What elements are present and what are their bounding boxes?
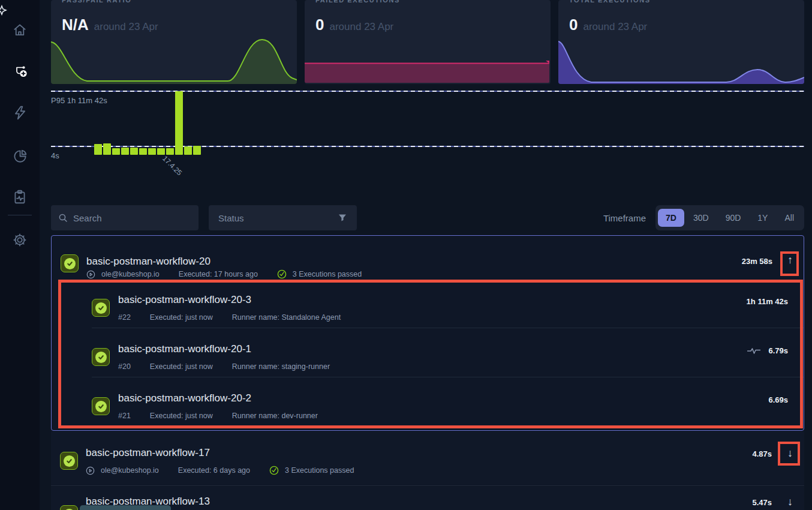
execution-executed: Executed: just now <box>150 412 213 420</box>
timeframe-option-90d[interactable]: 90D <box>718 209 749 227</box>
workflow-passed: 3 Executions passed <box>293 270 362 278</box>
status-select[interactable]: Status <box>209 205 357 230</box>
check-circle-icon <box>269 466 279 475</box>
card-total-executions: TOTAL EXECUTIONS 0 around 23 Apr <box>558 0 804 84</box>
workflow-executed: Executed: 17 hours ago <box>179 270 258 278</box>
x-axis-tick: 17.4.25 <box>161 154 184 177</box>
duration-bar[interactable] <box>112 148 120 155</box>
workflow-user: ole@kubeshop.io <box>101 270 160 278</box>
bottom-peek-element <box>80 505 171 510</box>
duration-bar[interactable] <box>121 148 129 155</box>
filter-funnel-icon <box>338 213 347 223</box>
workflow-duration: 5.47s <box>752 498 772 507</box>
execution-duration: 6.79s <box>747 346 788 356</box>
card-subtitle: around 23 Apr <box>583 21 647 33</box>
timeframe-options: 7D30D90D1YAll <box>655 205 804 230</box>
duration-bars[interactable] <box>51 87 804 155</box>
execution-title[interactable]: basic-postman-workflow-20-3 <box>118 294 251 306</box>
duration-bar[interactable] <box>130 148 138 155</box>
search-input[interactable] <box>73 213 191 223</box>
duration-bar[interactable] <box>184 146 192 155</box>
duration-bar[interactable] <box>157 148 165 155</box>
execution-title[interactable]: basic-postman-workflow-20-2 <box>118 392 251 404</box>
duration-chart: P95 1h 11m 42s 4s 17.4.25 <box>51 87 804 183</box>
corner-glyph-icon <box>0 5 7 16</box>
status-passed-icon <box>92 348 110 366</box>
timeframe-control: Timeframe 7D30D90D1YAll <box>603 205 804 230</box>
status-passed-icon <box>60 505 78 510</box>
sidebar-item-triggers[interactable] <box>11 104 28 121</box>
workflow-user: ole@kubeshop.io <box>101 466 159 475</box>
duration-bar[interactable] <box>139 148 147 155</box>
card-subtitle: around 23 Apr <box>94 21 158 33</box>
timeframe-label: Timeframe <box>603 213 646 223</box>
workflow-card-20[interactable]: basic-postman-workflow-20 ole@kubeshop.i… <box>51 235 804 431</box>
status-select-label: Status <box>218 213 244 223</box>
sidebar-item-home[interactable] <box>11 22 28 38</box>
workflow-duration: 23m 58s <box>742 257 772 266</box>
duration-bar[interactable] <box>94 144 102 155</box>
play-circle-icon <box>86 270 95 279</box>
duration-bar[interactable] <box>166 148 174 155</box>
sidebar-item-health[interactable] <box>11 188 28 205</box>
pulse-icon <box>747 347 760 356</box>
card-subtitle: around 23 Apr <box>329 21 393 33</box>
row-divider <box>92 377 804 377</box>
filter-bar: Status Timeframe 7D30D90D1YAll <box>51 205 804 230</box>
sidebar <box>0 0 40 510</box>
execution-duration: 1h 11m 42s <box>747 297 788 306</box>
duration-bar[interactable] <box>103 143 111 155</box>
execution-number: #22 <box>118 313 131 322</box>
duration-bar[interactable] <box>175 91 183 155</box>
sparkline-total <box>558 37 804 84</box>
timeframe-option-1y[interactable]: 1Y <box>750 209 775 227</box>
duration-bar[interactable] <box>148 148 156 155</box>
workflow-title[interactable]: basic-postman-workflow-20 <box>86 256 210 268</box>
status-passed-icon <box>92 299 110 317</box>
execution-duration: 6.69s <box>768 395 788 404</box>
execution-number: #21 <box>118 412 131 420</box>
status-passed-icon <box>61 254 79 272</box>
card-value: 0 <box>315 16 324 34</box>
execution-runner: Runner name: staging-runner <box>232 362 330 371</box>
duration-bar[interactable] <box>193 146 201 155</box>
card-title: PASS/FAIL RATIO <box>62 0 131 4</box>
workflow-duration: 4.87s <box>752 449 772 458</box>
card-value: 0 <box>569 16 578 34</box>
sidebar-divider <box>8 215 32 215</box>
card-pass-fail-ratio: PASS/FAIL RATIO N/A around 23 Apr <box>51 0 297 84</box>
status-passed-icon <box>92 397 110 415</box>
execution-executed: Executed: just now <box>150 362 213 371</box>
card-value: N/A <box>62 16 89 34</box>
collapse-arrow-icon[interactable]: ↑ <box>787 254 793 265</box>
expand-arrow-icon[interactable]: ↓ <box>787 448 793 458</box>
check-circle-icon <box>277 269 287 279</box>
card-failed-executions: FAILED EXECUTIONS 0 around 23 Apr <box>305 0 551 84</box>
status-passed-icon <box>60 452 78 470</box>
sidebar-item-insights[interactable] <box>11 148 28 164</box>
sparkline-pass-fail <box>51 37 297 84</box>
card-title: FAILED EXECUTIONS <box>315 0 400 4</box>
search-box[interactable] <box>51 205 199 230</box>
execution-number: #20 <box>118 362 131 371</box>
execution-runner: Runner name: dev-runner <box>232 412 318 420</box>
expand-arrow-icon[interactable]: ↓ <box>787 496 793 507</box>
execution-title[interactable]: basic-postman-workflow-20-1 <box>118 343 251 355</box>
metric-cards: PASS/FAIL RATIO N/A around 23 Apr FAILED… <box>51 0 804 84</box>
workflow-passed: 3 Executions passed <box>285 466 354 475</box>
execution-executed: Executed: just now <box>150 313 213 322</box>
workflow-executed: Executed: 6 days ago <box>178 466 250 475</box>
sparkline-failed <box>305 37 551 84</box>
card-title: TOTAL EXECUTIONS <box>569 0 651 4</box>
sidebar-item-settings[interactable] <box>11 232 28 248</box>
timeframe-option-30d[interactable]: 30D <box>685 209 717 227</box>
workflow-title[interactable]: basic-postman-workflow-17 <box>86 447 210 459</box>
workflow-row-17[interactable]: basic-postman-workflow-17 ole@kubeshop.i… <box>51 431 804 486</box>
execution-runner: Runner name: Standalone Agent <box>232 313 341 322</box>
timeframe-option-7d[interactable]: 7D <box>658 209 684 227</box>
row-divider <box>92 328 804 328</box>
sidebar-item-workflows[interactable] <box>11 62 28 79</box>
search-icon <box>58 213 68 223</box>
play-circle-icon <box>86 466 95 475</box>
timeframe-option-all[interactable]: All <box>777 209 802 227</box>
